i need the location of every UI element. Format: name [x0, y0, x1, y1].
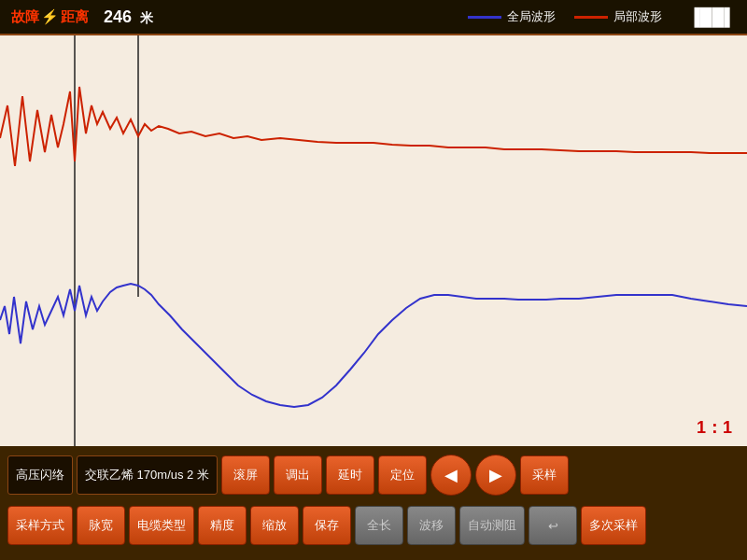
- fault-text: 故障: [11, 8, 39, 26]
- header-bar: 故障 ⚡ 距离 246 米 全局波形 局部波形 ▐██▌: [0, 0, 747, 35]
- distance-value: 246 米: [104, 7, 153, 27]
- wave-move-button[interactable]: 波移: [407, 506, 456, 545]
- sample-button[interactable]: 采样: [520, 455, 569, 495]
- scroll-button[interactable]: 滚屏: [221, 455, 270, 495]
- legend-full-wave: 全局波形: [468, 8, 556, 25]
- legend-local-wave: 局部波形: [574, 8, 662, 25]
- cable-type-button[interactable]: 电缆类型: [129, 506, 194, 545]
- legend: 全局波形 局部波形 ▐██▌: [468, 7, 736, 27]
- zoom-button[interactable]: 缩放: [250, 506, 299, 545]
- save-button[interactable]: 保存: [303, 506, 351, 545]
- delay-button[interactable]: 延时: [326, 455, 374, 495]
- distance-text: 距离: [61, 8, 89, 26]
- full-wave-line: [468, 16, 501, 19]
- controls-panel: 高压闪络 交联乙烯 170m/us 2 米 滚屏 调出 延时 定位 ◀ ▶ 采样…: [0, 446, 747, 560]
- lightning-icon: ⚡: [41, 8, 59, 25]
- local-wave-line: [574, 16, 608, 19]
- auto-match-button[interactable]: 自动测阻: [459, 506, 525, 545]
- control-row-2: 采样方式 脉宽 电缆类型 精度 缩放 保存 全长 波移 自动测阻 ↩ 多次采样: [7, 502, 740, 549]
- locate-button[interactable]: 定位: [378, 455, 427, 495]
- battery-icon: ▐██▌: [688, 7, 736, 27]
- chart-area: 1：1: [0, 35, 747, 446]
- multi-sample-button[interactable]: 多次采样: [581, 506, 646, 545]
- next-button[interactable]: ▶: [475, 455, 516, 496]
- prev-button[interactable]: ◀: [430, 455, 472, 496]
- full-length-button[interactable]: 全长: [355, 506, 403, 545]
- tune-button[interactable]: 调出: [274, 455, 322, 495]
- precision-button[interactable]: 精度: [198, 506, 247, 545]
- sample-mode-button[interactable]: 采样方式: [7, 506, 73, 545]
- cable-info-display: 交联乙烯 170m/us 2 米: [77, 455, 218, 495]
- ratio-label: 1：1: [697, 416, 732, 439]
- pulse-width-button[interactable]: 脉宽: [77, 506, 125, 545]
- undo-button[interactable]: ↩: [529, 506, 577, 545]
- control-row-1: 高压闪络 交联乙烯 170m/us 2 米 滚屏 调出 延时 定位 ◀ ▶ 采样: [7, 452, 740, 498]
- waveform-chart: [0, 35, 747, 446]
- fault-distance-label: 故障 ⚡ 距离: [11, 8, 89, 26]
- svg-rect-0: [0, 35, 747, 446]
- fault-type-display: 高压闪络: [7, 455, 73, 495]
